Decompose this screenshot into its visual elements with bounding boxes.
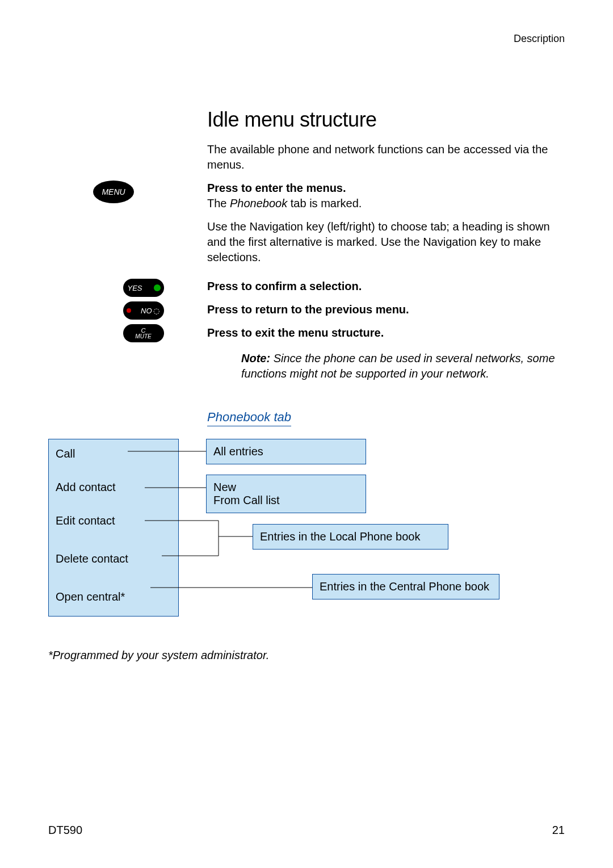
- diagram-box-central-entries: Entries in the Central Phone book: [312, 574, 499, 599]
- footer-page-number: 21: [552, 824, 565, 837]
- page-footer: DT590 21: [48, 824, 565, 837]
- menu-step-line1-suffix: tab is marked.: [287, 197, 362, 209]
- yes-key-icon: YES: [123, 279, 164, 297]
- phonebook-tab-subhead: Phonebook tab: [207, 410, 291, 426]
- diagram-menu-column: Call Add contact Edit contact Delete con…: [48, 439, 179, 617]
- section-header: Description: [514, 33, 565, 45]
- yes-key-label: YES: [128, 284, 142, 292]
- menu-step-line1-prefix: The: [207, 197, 230, 209]
- menu-step-line1-em: Phonebook: [230, 197, 287, 209]
- no-key-label: NO: [141, 307, 152, 315]
- mute-key-bottom: MUTE: [123, 334, 164, 339]
- diagram-menu-item: Open central*: [49, 582, 178, 616]
- diagram-box-new-fromcall: New From Call list: [206, 475, 366, 513]
- menu-step-para2: Use the Navigation key (left/right) to c…: [207, 219, 565, 265]
- note-label: Note:: [241, 352, 270, 364]
- diagram-menu-item: Call: [49, 439, 178, 473]
- page-content: Idle menu structure The available phone …: [48, 108, 565, 662]
- diagram-box2-line1: New: [213, 481, 236, 493]
- yes-step-text: Press to confirm a selection.: [207, 279, 565, 294]
- intro-paragraph: The available phone and network function…: [207, 142, 565, 173]
- no-key-icon: NO◌: [123, 301, 164, 320]
- diagram-box-local-entries: Entries in the Local Phone book: [253, 524, 448, 550]
- menu-step-heading: Press to enter the menus.: [207, 182, 346, 194]
- diagram-menu-item: Delete contact: [49, 544, 178, 582]
- no-step-text: Press to return to the previous menu.: [207, 302, 565, 317]
- note-body: Since the phone can be used in several n…: [241, 352, 555, 380]
- diagram-box2-line2: From Call list: [213, 494, 280, 506]
- diagram-footnote: *Programmed by your system administrator…: [48, 649, 565, 662]
- diagram-menu-item: Add contact: [49, 473, 178, 506]
- diagram-box-all-entries: All entries: [206, 439, 366, 464]
- menu-key-icon: MENU: [93, 181, 134, 203]
- page-title: Idle menu structure: [207, 108, 565, 132]
- footer-model: DT590: [48, 824, 82, 837]
- diagram-menu-item: Edit contact: [49, 506, 178, 544]
- mute-step-text: Press to exit the menu structure.: [207, 325, 565, 341]
- phonebook-diagram: Call Add contact Edit contact Delete con…: [48, 439, 565, 643]
- mute-key-icon: C MUTE: [123, 324, 164, 342]
- mute-key-top: C: [123, 328, 164, 334]
